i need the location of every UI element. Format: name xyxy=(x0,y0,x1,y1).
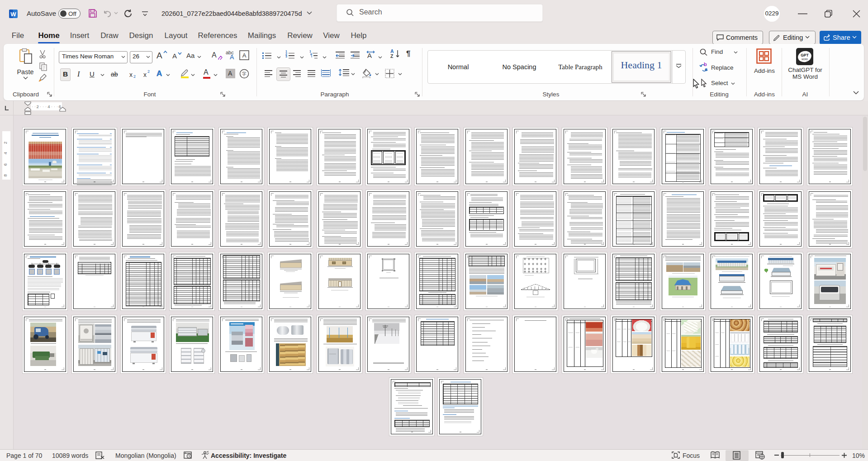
svg-text:A: A xyxy=(242,52,247,59)
svg-text:字: 字 xyxy=(242,71,247,76)
svg-text:WORD: WORD xyxy=(802,58,808,61)
svg-text:GPT: GPT xyxy=(801,53,809,57)
svg-text:W: W xyxy=(10,11,16,18)
